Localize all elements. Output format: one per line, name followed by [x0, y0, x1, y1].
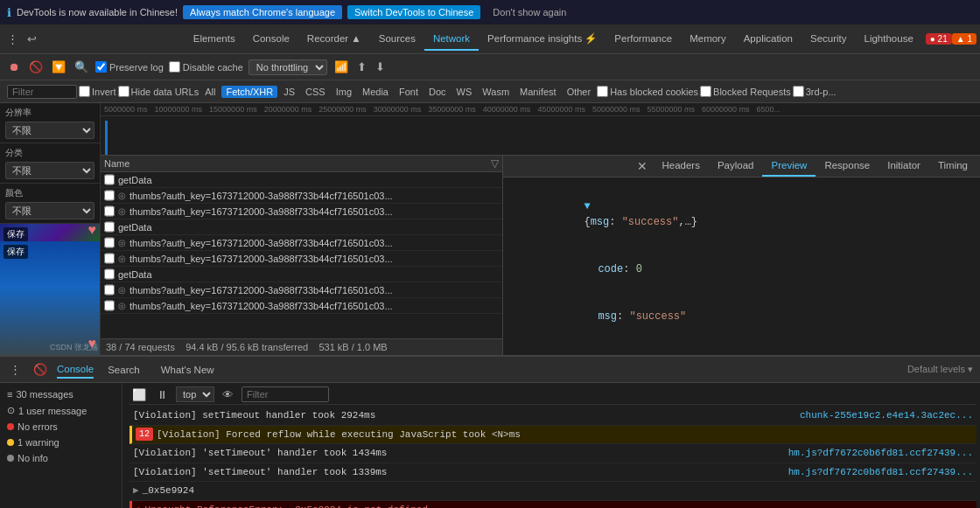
log-link[interactable]: hm.js?df7672c0b6fd81.ccf27439...	[788, 446, 973, 461]
sidebar-item-errors[interactable]: No errors	[4, 419, 118, 435]
tab-console[interactable]: Console	[244, 28, 298, 51]
tab-whats-new[interactable]: What's New	[154, 362, 221, 378]
blocked-cookies-label[interactable]: Has blocked cookies	[597, 86, 698, 97]
row-checkbox[interactable]	[104, 237, 115, 248]
tab-performance[interactable]: Performance	[606, 28, 681, 51]
filter-type-wasm[interactable]: Wasm	[478, 86, 514, 98]
clear-button[interactable]: 🚫	[27, 59, 45, 75]
sidebar-item-user-message[interactable]: ⊙ 1 user message	[4, 402, 118, 419]
sidebar-item-warnings[interactable]: 1 warning	[4, 435, 118, 450]
invert-label[interactable]: Invert	[79, 86, 116, 97]
console-pause-icon[interactable]: ⏸	[154, 387, 171, 402]
tab-lighthouse[interactable]: Lighthouse	[856, 28, 922, 51]
tab-elements[interactable]: Elements	[185, 28, 244, 51]
table-row[interactable]: ◎ thumbs?auth_key=1673712000-3a988f733b4…	[101, 235, 502, 251]
filter-type-font[interactable]: Font	[395, 86, 423, 98]
blocked-requests-label[interactable]: Blocked Requests	[700, 86, 791, 97]
console-filter-input[interactable]	[242, 386, 329, 402]
disable-cache-label[interactable]: Disable cache	[169, 61, 243, 73]
close-preview-button[interactable]: ✕	[632, 156, 653, 177]
record-button[interactable]: ⏺	[7, 59, 22, 75]
filter-input[interactable]	[7, 85, 77, 99]
sidebar-color-select[interactable]: 不限	[5, 202, 94, 219]
tab-performance-insights[interactable]: Performance insights ⚡	[479, 27, 606, 52]
collapse-button[interactable]: ▽	[491, 157, 499, 170]
filter-type-img[interactable]: Img	[332, 86, 356, 98]
table-row[interactable]: ◎ thumbs?auth_key=1673712000-3a988f733b4…	[101, 298, 502, 314]
console-eye-icon[interactable]: 👁	[220, 387, 236, 402]
match-language-button[interactable]: Always match Chrome's language	[183, 5, 342, 19]
sidebar-item-info[interactable]: No info	[4, 450, 118, 466]
tab-memory[interactable]: Memory	[681, 28, 735, 51]
table-row[interactable]: ◎ thumbs?auth_key=1673712000-3a988f733b4…	[101, 251, 502, 267]
tab-headers[interactable]: Headers	[653, 156, 708, 177]
requests-list[interactable]: getData ◎ thumbs?auth_key=1673712000-3a9…	[101, 172, 502, 338]
table-row[interactable]: ◎ thumbs?auth_key=1673712000-3a988f733b4…	[101, 282, 502, 298]
devtools-back-icon[interactable]: ↩	[24, 31, 40, 47]
third-party-checkbox[interactable]	[793, 86, 804, 97]
sidebar-category-select[interactable]: 不限	[5, 162, 94, 179]
preserve-log-checkbox[interactable]	[95, 61, 107, 73]
filter-type-css[interactable]: CSS	[301, 86, 330, 98]
console-menu-icon[interactable]: ⋮	[7, 362, 24, 377]
row-checkbox[interactable]	[104, 174, 115, 185]
tab-timing[interactable]: Timing	[929, 156, 976, 177]
console-context-icon[interactable]: ⬜	[130, 387, 149, 402]
row-checkbox[interactable]	[104, 284, 115, 296]
wifi-icon[interactable]: 📶	[332, 59, 350, 75]
heart-icon-1[interactable]: ♥	[88, 224, 97, 238]
search-button[interactable]: 🔍	[73, 59, 90, 75]
row-checkbox[interactable]	[104, 300, 115, 311]
filter-type-fetch[interactable]: Fetch/XHR	[221, 86, 277, 98]
filter-type-doc[interactable]: Doc	[424, 86, 451, 98]
tab-recorder[interactable]: Recorder ▲	[298, 28, 370, 51]
third-party-label[interactable]: 3rd-p...	[793, 86, 836, 97]
invert-checkbox[interactable]	[79, 86, 90, 97]
row-checkbox[interactable]	[104, 205, 115, 217]
table-row[interactable]: getData	[101, 172, 502, 188]
row-checkbox[interactable]	[104, 253, 115, 264]
row-checkbox[interactable]	[104, 268, 115, 280]
throttle-select[interactable]: No throttling	[248, 59, 327, 75]
sidebar-item-all-messages[interactable]: ≡ 30 messages	[4, 386, 118, 402]
default-levels-label[interactable]: Default levels ▾	[907, 364, 973, 375]
row-checkbox[interactable]	[104, 190, 115, 201]
log-link[interactable]: chunk-255e19c2.e4e14.3ac2ec...	[800, 408, 973, 423]
tab-security[interactable]: Security	[802, 28, 856, 51]
expand-icon[interactable]: ▼	[584, 200, 590, 212]
tab-network[interactable]: Network	[424, 28, 479, 51]
filter-type-manifest[interactable]: Manifest	[515, 86, 561, 98]
filter-type-media[interactable]: Media	[358, 86, 393, 98]
tab-response[interactable]: Response	[816, 156, 878, 177]
hide-data-urls-checkbox[interactable]	[118, 86, 130, 97]
preserve-log-label[interactable]: Preserve log	[95, 61, 164, 73]
log-link[interactable]: hm.js?df7672c0b6fd81.ccf27439...	[788, 465, 973, 480]
row-checkbox[interactable]	[104, 221, 115, 233]
tab-payload[interactable]: Payload	[709, 156, 763, 177]
table-row[interactable]: ◎ thumbs?auth_key=1673712000-3a988f733b4…	[101, 188, 502, 204]
devtools-menu-icon[interactable]: ⋮	[4, 31, 22, 47]
dont-show-button[interactable]: Don't show again	[486, 5, 573, 19]
disable-cache-checkbox[interactable]	[169, 61, 180, 73]
tab-application[interactable]: Application	[735, 28, 802, 51]
upload-button[interactable]: ⬆	[355, 59, 368, 75]
table-row[interactable]: getData	[101, 267, 502, 282]
tab-console-active[interactable]: Console	[57, 361, 94, 379]
blocked-requests-checkbox[interactable]	[700, 86, 711, 97]
hide-data-urls-label[interactable]: Hide data URLs	[118, 86, 200, 97]
blocked-cookies-checkbox[interactable]	[597, 86, 608, 97]
download-button[interactable]: ⬇	[374, 59, 387, 75]
sidebar-resolution-select[interactable]: 不限	[5, 122, 94, 139]
tab-preview[interactable]: Preview	[762, 156, 816, 177]
switch-chinese-button[interactable]: Switch DevTools to Chinese	[347, 5, 480, 19]
filter-type-js[interactable]: JS	[279, 86, 299, 98]
filter-type-ws[interactable]: WS	[452, 86, 477, 98]
expand-icon[interactable]: ▶	[133, 484, 139, 498]
filter-type-other[interactable]: Other	[563, 86, 596, 98]
console-clear-icon[interactable]: 🚫	[31, 362, 50, 377]
console-context-select[interactable]: top	[176, 386, 214, 402]
tab-initiator[interactable]: Initiator	[878, 156, 929, 177]
table-row[interactable]: ◎ thumbs?auth_key=1673712000-3a988f733b4…	[101, 204, 502, 219]
table-row[interactable]: getData	[101, 219, 502, 235]
tab-search[interactable]: Search	[101, 362, 146, 378]
